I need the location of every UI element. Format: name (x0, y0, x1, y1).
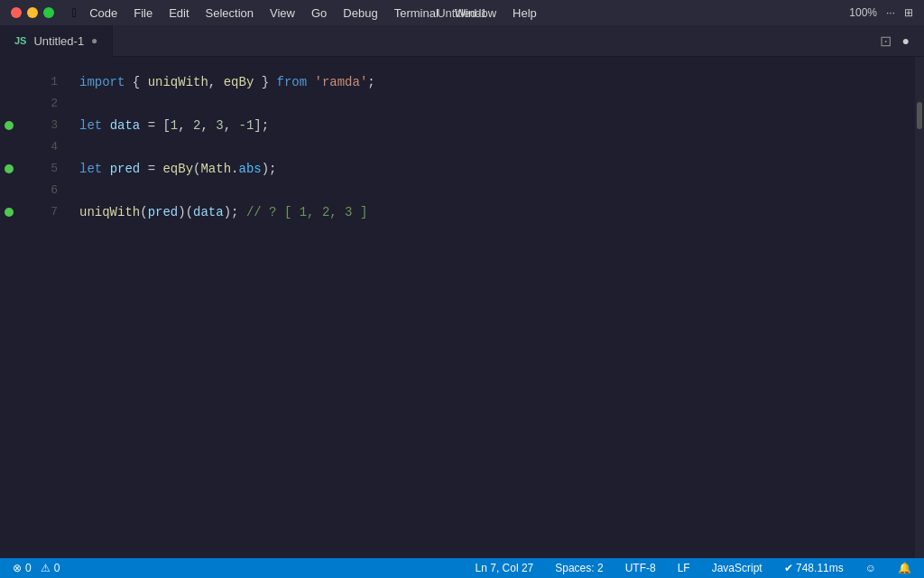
notifications-icon[interactable]: 🔔 (894, 558, 915, 578)
scrollbar[interactable] (915, 57, 924, 558)
token-plain: { (125, 71, 147, 93)
traffic-lights (11, 7, 54, 18)
token-plain: , (200, 115, 216, 136)
token-kw: let (79, 115, 102, 136)
more-icon[interactable]: ··· (886, 6, 895, 19)
token-plain: , (178, 115, 193, 136)
code-line-7: uniqWith(pred)(data); // ? [ 1, 2, 3 ] (72, 201, 915, 223)
menu-debug[interactable]: Debug (336, 5, 384, 22)
line-numbers: 1234567 (18, 57, 72, 558)
code-line-6 (72, 180, 915, 201)
scrollbar-thumb[interactable] (917, 102, 922, 129)
line-number-2: 2 (18, 93, 65, 115)
menu-go[interactable]: Go (304, 5, 334, 22)
token-num: -1 (239, 115, 254, 136)
token-plain: )( (178, 201, 193, 223)
cursor-position[interactable]: Ln 7, Col 27 (472, 558, 538, 578)
breakpoint-3[interactable] (0, 115, 18, 136)
tab-dot: ● (91, 34, 97, 47)
token-fn: eqBy (162, 158, 193, 180)
token-var: data (110, 115, 141, 136)
code-line-3: let data = [1, 2, 3, -1]; (72, 115, 915, 136)
token-plain (102, 115, 109, 136)
token-fn: uniqWith (79, 201, 140, 223)
encoding[interactable]: UTF-8 (622, 558, 660, 578)
record-icon[interactable]: ● (902, 33, 910, 48)
titlebar-right: 100% ··· ⊞ (849, 6, 913, 19)
token-plain: ( (193, 158, 200, 180)
token-prop: abs (238, 158, 261, 180)
token-fn: Math (200, 158, 231, 180)
code-line-4 (72, 136, 915, 158)
warning-icon: ⚠ (41, 562, 51, 574)
token-plain: . (231, 158, 238, 180)
token-kw: import (79, 71, 125, 93)
eol[interactable]: LF (674, 558, 694, 578)
token-fn: uniqWith (148, 71, 208, 93)
token-plain: } (254, 71, 276, 93)
token-plain: = (140, 158, 162, 180)
split-editor-icon[interactable]: ⊡ (880, 33, 892, 50)
token-plain (307, 71, 314, 93)
feedback-icon[interactable]: ☺ (862, 558, 880, 578)
token-comment: [ 1, 2, 3 ] (284, 201, 367, 223)
token-plain: , (224, 115, 239, 136)
breakpoint-4[interactable] (0, 136, 18, 158)
code-editor[interactable]: import { uniqWith, eqBy } from 'ramda';l… (72, 57, 915, 558)
token-var: pred (110, 158, 141, 180)
tab-language-badge: JS (14, 35, 26, 46)
token-kw: let (79, 158, 102, 180)
token-num: 1 (171, 115, 178, 136)
spaces-setting[interactable]: Spaces: 2 (551, 558, 606, 578)
statusbar-right: Ln 7, Col 27 Spaces: 2 UTF-8 LF JavaScri… (472, 558, 915, 578)
menu-help[interactable]: Help (505, 5, 544, 22)
breakpoint-2[interactable] (0, 93, 18, 115)
line-number-7: 7 (18, 201, 65, 223)
close-button[interactable] (11, 7, 22, 18)
token-plain: ]; (254, 115, 269, 136)
menu-code[interactable]: Code (82, 5, 125, 22)
minimize-button[interactable] (27, 7, 38, 18)
breakpoint-6[interactable] (0, 180, 18, 201)
menu-selection[interactable]: Selection (199, 5, 261, 22)
token-num: 3 (216, 115, 223, 136)
line-number-3: 3 (18, 115, 65, 136)
line-number-4: 4 (18, 136, 65, 158)
menu-view[interactable]: View (263, 5, 302, 22)
layout-icon[interactable]: ⊞ (904, 6, 913, 19)
timing: ✔ 748.11ms (781, 558, 847, 578)
token-var: data (193, 201, 224, 223)
token-comment: // ? (246, 201, 284, 223)
breakpoint-dot (5, 208, 14, 217)
breakpoint-7[interactable] (0, 201, 18, 223)
maximize-button[interactable] (43, 7, 54, 18)
apple-logo-icon:  (72, 5, 77, 20)
tabbar: JS Untitled-1 ● ⊡ ● (0, 25, 924, 57)
token-plain: = [ (140, 115, 171, 136)
line-number-5: 5 (18, 158, 65, 180)
language-mode[interactable]: JavaScript (708, 558, 766, 578)
statusbar-left: ⊗ 0 ⚠ 0 (9, 558, 63, 578)
code-line-2 (72, 93, 915, 115)
error-count: 0 (25, 562, 32, 574)
breakpoint-1[interactable] (0, 71, 18, 93)
code-line-1: import { uniqWith, eqBy } from 'ramda'; (72, 71, 915, 93)
token-var: pred (148, 201, 179, 223)
token-plain: , (208, 71, 224, 93)
token-num: 2 (193, 115, 200, 136)
breakpoint-5[interactable] (0, 158, 18, 180)
breakpoint-dot (5, 164, 14, 173)
menu-file[interactable]: File (126, 5, 160, 22)
token-plain: ); (262, 158, 277, 180)
line-number-6: 6 (18, 180, 65, 201)
titlebar:  Code File Edit Selection View Go Debug… (0, 0, 924, 25)
token-plain (102, 158, 109, 180)
breakpoint-column (0, 57, 18, 558)
tab-untitled1[interactable]: JS Untitled-1 ● (0, 25, 113, 57)
token-str: 'ramda' (315, 71, 368, 93)
breakpoint-dot (5, 121, 14, 130)
menu-edit[interactable]: Edit (162, 5, 196, 22)
errors-count[interactable]: ⊗ 0 ⚠ 0 (9, 558, 63, 578)
error-icon: ⊗ (13, 562, 22, 574)
battery-status: 100% (849, 6, 877, 19)
